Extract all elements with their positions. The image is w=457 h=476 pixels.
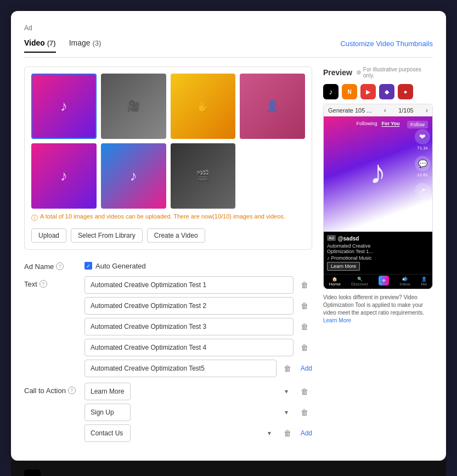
nav-discover[interactable]: 🔍Discover	[351, 277, 368, 287]
cta-help-icon[interactable]: ?	[68, 387, 76, 394]
cta-select-wrapper-3: Learn More Sign Up Contact Us Download	[84, 424, 277, 442]
cta-field-row-3: Learn More Sign Up Contact Us Download 🗑…	[84, 424, 312, 442]
nav-arrow-left[interactable]: ‹	[384, 107, 386, 114]
image-count: (3)	[93, 39, 101, 47]
cta-label: Call to Action ?	[24, 383, 84, 395]
text-input-3[interactable]	[84, 318, 294, 335]
info-icon: ⓘ	[31, 214, 38, 223]
cta-select-wrapper-1: Learn More Sign Up Contact Us Download S…	[84, 383, 294, 400]
main-card: Ad Video (7) Image (3) Customize Video T…	[11, 11, 446, 461]
delete-text-1[interactable]: 🗑	[297, 277, 312, 293]
media-thumb-5[interactable]: ♪	[31, 143, 97, 209]
tiktok-big-logo: ♪	[370, 153, 386, 191]
ad-label: Ad	[24, 24, 433, 32]
create-video-button[interactable]: Create a Video	[147, 228, 205, 243]
tiktok-logo-bottom: ♪	[24, 469, 41, 477]
media-thumb-2[interactable]: 🎥	[101, 74, 166, 139]
share-icon: ↗	[415, 183, 430, 198]
text-input-2[interactable]	[84, 297, 294, 315]
platform-pangle[interactable]: ▶	[360, 84, 376, 99]
for-you-tabs: Following For You	[356, 121, 399, 127]
video-desc: Automated CreativeOptimization Test 1...	[327, 243, 429, 254]
library-button[interactable]: Select From Library	[71, 228, 143, 243]
tab-video[interactable]: Video (7)	[24, 38, 56, 53]
text-help-icon[interactable]: ?	[40, 280, 47, 288]
like-button[interactable]: ❤ 71.1k	[415, 129, 430, 150]
delete-text-4[interactable]: 🗑	[297, 340, 312, 355]
delete-text-5[interactable]: 🗑	[280, 361, 295, 376]
media-thumb-7[interactable]: 🎬	[171, 143, 236, 209]
add-cta-link[interactable]: Add	[298, 429, 312, 437]
cta-fields-row: Call to Action ? Learn More Sign Up Cont…	[24, 383, 312, 442]
cta-field-row-2: Learn More Sign Up Contact Us Download 🗑	[84, 404, 312, 421]
media-thumb-1[interactable]: ♪	[31, 74, 97, 139]
upload-button[interactable]: Upload	[31, 228, 66, 243]
cta-field-row-1: Learn More Sign Up Contact Us Download S…	[84, 383, 312, 400]
text-label: Text ?	[24, 276, 84, 288]
nav-me[interactable]: 👤Me	[421, 277, 427, 287]
video-bottom-bar: Ad @sadsd Automated CreativeOptimization…	[324, 232, 432, 274]
media-thumb-6[interactable]: ♪	[101, 143, 166, 209]
ad-name-row: Ad Name ? Auto Generated	[24, 259, 312, 271]
preview-count: 1/105	[398, 107, 414, 114]
video-area: ♪ ❤ 71.1k 💬 12.81	[324, 116, 432, 289]
cta-fields: Learn More Sign Up Contact Us Download S…	[84, 383, 312, 442]
left-panel: ♪ 🎥 ✋ 👤 ♪ ♪	[24, 66, 312, 447]
preview-nav: Generate 105 ... ‹ 1/105 ›	[324, 104, 432, 116]
video-count: (7)	[47, 39, 56, 47]
text-field-row-5: 🗑 Add	[84, 360, 312, 377]
text-field-row-2: 🗑	[84, 297, 312, 315]
illustrative-dot	[357, 70, 361, 75]
auto-generated-area: Auto Generated	[84, 259, 146, 270]
nav-inbox[interactable]: 📬Inbox	[400, 277, 411, 287]
text-fields-row: Text ? 🗑 🗑 🗑	[24, 276, 312, 377]
delete-cta-1[interactable]: 🗑	[297, 384, 312, 399]
phone-mockup: Generate 105 ... ‹ 1/105 › ♪ ❤	[323, 104, 433, 289]
like-icon: ❤	[415, 129, 430, 144]
text-fields: 🗑 🗑 🗑 🗑	[84, 276, 312, 377]
platform-topbuzz[interactable]: ◆	[379, 84, 394, 99]
platform-babe[interactable]: ●	[398, 84, 413, 99]
preview-notice: Video looks different in preview? Video …	[323, 294, 433, 324]
platform-icons: ♪ N ▶ ◆ ●	[323, 84, 433, 99]
delete-text-2[interactable]: 🗑	[297, 298, 312, 313]
cta-select-1[interactable]: Learn More Sign Up Contact Us Download S…	[84, 383, 131, 400]
nav-arrow-right[interactable]: ›	[426, 107, 428, 114]
bottom-bar: ♪ TikTok Ads Manager: Creative Optimizat…	[11, 461, 446, 477]
upload-actions: Upload Select From Library Create a Vide…	[31, 228, 305, 243]
nav-home[interactable]: 🏠Home	[329, 277, 341, 287]
preview-title: Preview	[323, 68, 352, 77]
ad-name-help-icon[interactable]: ?	[56, 262, 64, 270]
video-overlay-right: ❤ 71.1k 💬 12.81 ↗ 2.32	[415, 129, 430, 204]
text-input-1[interactable]	[84, 276, 294, 294]
ad-name-label: Ad Name ?	[24, 259, 84, 271]
preview-nav-label: Generate 105 ...	[328, 107, 372, 114]
nav-create[interactable]: +	[379, 277, 389, 287]
preview-learn-more[interactable]: Learn More	[323, 317, 351, 323]
text-input-5[interactable]	[84, 360, 277, 377]
customize-thumbnails-link[interactable]: Customize Video Thumbnails	[340, 40, 433, 52]
video-music: ♪ Promotional Music	[327, 255, 429, 261]
platform-tiktok[interactable]: ♪	[323, 84, 338, 99]
delete-cta-2[interactable]: 🗑	[297, 405, 312, 420]
follow-button[interactable]: Follow	[407, 121, 428, 128]
text-input-4[interactable]	[84, 339, 294, 356]
upload-notice: ⓘ A total of 10 images and videos can be…	[31, 213, 305, 223]
media-thumb-4[interactable]: 👤	[240, 74, 305, 139]
content-area: ♪ 🎥 ✋ 👤 ♪ ♪	[24, 66, 433, 447]
media-thumb-3[interactable]: ✋	[171, 74, 236, 139]
learn-more-cta[interactable]: Learn More	[327, 262, 360, 271]
comment-button[interactable]: 💬 12.81	[415, 156, 430, 177]
share-button[interactable]: ↗ 2.32	[415, 183, 430, 204]
media-grid-container: ♪ 🎥 ✋ 👤 ♪ ♪	[24, 66, 312, 250]
delete-cta-3[interactable]: 🗑	[280, 425, 295, 441]
tab-image[interactable]: Image (3)	[69, 38, 101, 53]
cta-select-wrapper-2: Learn More Sign Up Contact Us Download	[84, 404, 294, 421]
auto-generated-checkbox[interactable]	[84, 262, 92, 270]
tabs-row: Video (7) Image (3) Customize Video Thum…	[24, 38, 433, 58]
cta-select-3[interactable]: Learn More Sign Up Contact Us Download	[84, 424, 131, 442]
add-text-link[interactable]: Add	[298, 365, 312, 372]
cta-select-2[interactable]: Learn More Sign Up Contact Us Download	[84, 404, 131, 421]
delete-text-3[interactable]: 🗑	[297, 319, 312, 334]
platform-news[interactable]: N	[342, 84, 357, 99]
